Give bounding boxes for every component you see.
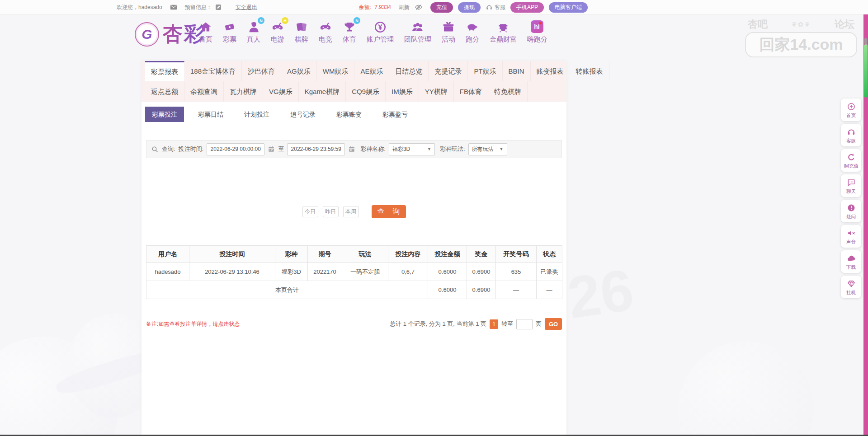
subtab-item[interactable]: 彩票盈亏 (376, 107, 415, 122)
home-icon (199, 20, 212, 34)
report-tabs-row2: 返点总额余额查询瓦力棋牌VG娱乐Kgame棋牌CQ9娱乐IM娱乐YY棋牌FB体育… (142, 81, 566, 102)
table-cell: 一码不定胆 (342, 263, 388, 281)
tab-item[interactable]: AE娱乐 (354, 61, 389, 81)
nav-item-3[interactable]: N真人 (247, 20, 260, 44)
sidebar-item-label: 客服 (846, 138, 856, 144)
sidebar-item-4[interactable]: 聊天 (841, 174, 861, 197)
sidebar-item-label: 声音 (846, 239, 856, 245)
nav-item-7[interactable]: N体育 (343, 20, 356, 44)
nav-item-8[interactable]: 账户管理 (367, 20, 394, 44)
current-page-button[interactable]: 1 (490, 319, 498, 329)
status-badge[interactable]: 已派奖 (537, 263, 562, 281)
tab-item[interactable]: BBIN (503, 61, 531, 81)
floating-sidebar: 首页客服IM充值聊天疑问声音下载挂机 (841, 98, 861, 298)
nav-item-6[interactable]: 电竞 (319, 20, 332, 44)
cloud-icon (847, 254, 856, 263)
table-cell: 2022-06-29 13:10:46 (189, 263, 275, 281)
tab-item[interactable]: 188金宝博体育 (184, 61, 242, 81)
nav-item-10[interactable]: 活动 (442, 20, 455, 44)
calendar-icon[interactable] (268, 145, 275, 153)
rhino-icon (466, 20, 479, 34)
mobile-app-button[interactable]: 手机APP (510, 2, 544, 13)
nav-item-9[interactable]: 团队管理 (404, 20, 431, 44)
welcome-text: 欢迎您，hadesado (117, 4, 162, 11)
tab-item[interactable]: 日结总览 (389, 61, 429, 81)
subtab-item[interactable]: 彩票账变 (330, 107, 368, 122)
calendar-icon[interactable] (348, 145, 355, 153)
nav-item-4[interactable]: H电游 (271, 20, 284, 44)
customer-service-link[interactable]: 客服 (486, 4, 505, 11)
exclaim-icon (847, 203, 856, 212)
subtab-item[interactable]: 追号记录 (283, 107, 322, 122)
go-button[interactable]: GO (545, 318, 562, 330)
sidebar-item-8[interactable]: 挂机 (841, 276, 861, 298)
sidebar-item-1[interactable]: 首页 (841, 98, 861, 121)
tab-item[interactable]: 瓦力棋牌 (224, 81, 263, 102)
bet-time-from-input[interactable] (207, 143, 264, 155)
tab-item[interactable]: 返点总额 (145, 81, 184, 102)
gamepad-icon: H (271, 20, 284, 34)
query-filter-bar: 查询: 投注时间: 至 彩种名称: 福彩3D▼ 彩种玩法: 所有玩法▼ (146, 140, 562, 158)
tab-item[interactable]: PT娱乐 (468, 61, 502, 81)
sidebar-item-6[interactable]: 声音 (841, 225, 861, 248)
tab-item[interactable]: YY棋牌 (419, 81, 454, 102)
lottery-name-select[interactable]: 福彩3D▼ (389, 143, 435, 155)
table-header-cell: 开奖号码 (496, 246, 537, 263)
watermark-domain: 回家14.com (745, 32, 857, 57)
tab-item[interactable]: VG娱乐 (263, 81, 299, 102)
to-label: 至 (278, 145, 284, 153)
this-week-button[interactable]: 本周 (343, 206, 359, 217)
pc-client-button[interactable]: 电脑客户端 (549, 2, 588, 13)
edit-pencil-icon[interactable] (215, 4, 222, 11)
nav-item-13[interactable]: hi嗨跑分 (527, 20, 547, 44)
yesterday-button[interactable]: 昨日 (323, 206, 339, 217)
tab-item[interactable]: 转账报表 (570, 61, 609, 81)
tab-item[interactable]: IM娱乐 (386, 81, 419, 102)
table-row: hadesado2022-06-29 13:10:46福彩3D2022170一码… (146, 263, 562, 281)
nav-item-1[interactable]: 首页 (199, 20, 212, 44)
logout-link[interactable]: 安全退出 (236, 4, 257, 11)
goto-page-input[interactable] (516, 319, 533, 329)
lottery-subtabs: 彩票投注彩票日结计划投注追号记录彩票账变彩票盈亏 (142, 102, 566, 122)
sidebar-item-2[interactable]: 客服 (841, 124, 861, 146)
subtab-item[interactable]: 计划投注 (237, 107, 276, 122)
tab-item[interactable]: Kgame棋牌 (299, 81, 346, 102)
tab-item[interactable]: 余额查询 (184, 81, 224, 102)
hi-app-icon: hi (531, 20, 544, 34)
play-type-select[interactable]: 所有玩法▼ (468, 143, 507, 155)
nav-item-12[interactable]: 金鼎财富 (490, 20, 517, 44)
site-logo[interactable]: G 杏彩 (135, 21, 205, 47)
page-label: 页 (536, 320, 542, 328)
mail-icon[interactable] (170, 3, 178, 11)
tab-item[interactable]: 特免棋牌 (488, 81, 528, 102)
subtab-item[interactable]: 彩票日结 (191, 107, 230, 122)
table-cell: hadesado (146, 263, 189, 281)
sidebar-item-3[interactable]: IM充值 (841, 149, 861, 172)
tab-item[interactable]: 彩票报表 (145, 61, 184, 81)
eye-off-icon[interactable] (415, 3, 423, 11)
tab-item[interactable]: 充提记录 (429, 61, 468, 81)
nav-item-2[interactable]: 彩票 (223, 20, 236, 44)
subtab-item[interactable]: 彩票投注 (145, 107, 184, 122)
sidebar-item-5[interactable]: 疑问 (841, 200, 861, 222)
page-total-cell: — (496, 281, 537, 299)
report-tabs-row1: 彩票报表188金宝博体育沙巴体育AG娱乐WM娱乐AE娱乐日结总览充提记录PT娱乐… (142, 61, 566, 81)
sidebar-item-7[interactable]: 下载 (841, 250, 861, 273)
tab-item[interactable]: WM娱乐 (317, 61, 355, 81)
tab-item[interactable]: 账变报表 (531, 61, 570, 81)
bet-time-to-input[interactable] (287, 143, 345, 155)
scrollbar-track[interactable] (863, 14, 868, 436)
nav-item-11[interactable]: 跑分 (466, 20, 479, 44)
table-header-cell: 投注金额 (428, 246, 467, 263)
deposit-button[interactable]: 充值 (430, 2, 453, 13)
query-submit-button[interactable]: 查 询 (372, 205, 406, 218)
withdraw-button[interactable]: 提现 (458, 2, 481, 13)
refresh-link[interactable]: 刷新 (399, 4, 410, 11)
tab-item[interactable]: FB体育 (454, 81, 488, 102)
scrollbar-thumb[interactable] (864, 44, 868, 98)
tab-item[interactable]: CQ9娱乐 (346, 81, 386, 102)
tab-item[interactable]: 沙巴体育 (242, 61, 281, 81)
today-button[interactable]: 今日 (302, 206, 318, 217)
tab-item[interactable]: AG娱乐 (281, 61, 317, 81)
nav-item-5[interactable]: 棋牌 (295, 20, 308, 44)
